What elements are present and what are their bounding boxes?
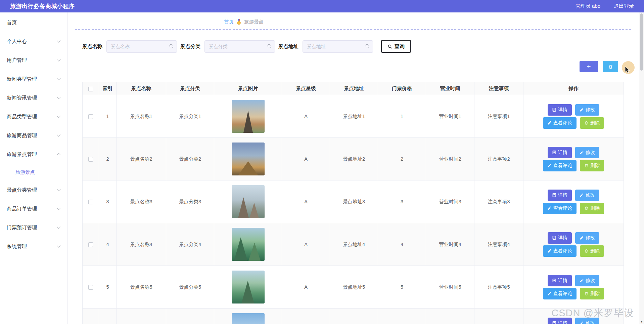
cell-hours: 营业时间5	[426, 266, 474, 309]
add-button[interactable]: +	[580, 61, 598, 72]
cell-star: A	[282, 266, 330, 309]
cell-price: 4	[378, 223, 426, 266]
sidebar-item[interactable]: 商品订单管理	[0, 199, 67, 218]
cell-notes: 注意事项6	[474, 309, 523, 324]
cell-name: 景点名称5	[117, 266, 166, 309]
view-comments-button[interactable]: 查看评论	[543, 245, 577, 257]
sidebar-item[interactable]: 首页	[0, 13, 67, 32]
view-comments-button[interactable]: 查看评论	[543, 117, 577, 129]
logout-button[interactable]: 退出登录	[614, 3, 634, 9]
cell-price: 3	[378, 180, 426, 223]
delete-button[interactable]: 删除	[580, 117, 604, 129]
category-field-label: 景点分类	[180, 43, 200, 50]
detail-button[interactable]: 详情	[548, 190, 572, 201]
magnifier-icon	[387, 44, 393, 49]
main-content: 首页 旅游景点 景点名称	[68, 12, 644, 324]
sidebar-item-label: 新闻类型管理	[7, 76, 37, 82]
cell-star: A	[282, 309, 330, 324]
floating-avatar[interactable]	[622, 61, 635, 74]
address-search-input[interactable]	[303, 40, 373, 53]
edit-button[interactable]: 修改	[575, 318, 599, 324]
sidebar-item[interactable]: 新闻资讯管理	[0, 88, 67, 107]
table-row: 1 景点名称1 景点分类1 A 景点地址1 1 营业时间1 注意事项1 详情 修…	[83, 95, 624, 138]
sidebar-item[interactable]: 商品类型管理	[0, 107, 67, 126]
sidebar-item-label: 首页	[7, 19, 17, 26]
row-checkbox[interactable]	[88, 242, 93, 247]
column-header: 索引	[99, 82, 117, 95]
row-checkbox[interactable]	[88, 114, 93, 119]
top-bar: 旅游出行必备商城小程序 管理员 abo 退出登录	[0, 0, 644, 12]
view-comments-button-label: 查看评论	[553, 248, 572, 254]
column-header: 景点地址	[330, 82, 378, 95]
delete-button[interactable]: 删除	[580, 203, 604, 214]
row-checkbox[interactable]	[88, 157, 93, 162]
edit-button[interactable]: 修改	[575, 275, 599, 286]
edit-button[interactable]: 修改	[575, 104, 599, 116]
view-comments-button[interactable]: 查看评论	[543, 160, 577, 171]
scrollbar-thumb[interactable]	[640, 13, 643, 71]
batch-delete-button[interactable]	[603, 61, 618, 72]
category-search-input[interactable]	[204, 40, 275, 53]
edit-button[interactable]: 修改	[575, 232, 599, 244]
cell-index: 4	[99, 223, 117, 266]
row-checkbox[interactable]	[88, 200, 93, 204]
column-header: 景点名称	[117, 82, 166, 95]
column-header: 景点星级	[282, 82, 330, 95]
cell-address: 景点地址3	[330, 180, 378, 223]
table-header-row: 索引景点名称景点分类景点图片景点星级景点地址门票价格营业时间注意事项操作	[83, 82, 624, 95]
edit-button[interactable]: 修改	[575, 147, 599, 158]
edit-button-label: 修改	[586, 107, 595, 113]
sidebar: 首页 个人中心 用户管理 新闻类型管理 新闻资讯管理 商品类型管理 旅游商品管理…	[0, 12, 68, 324]
row-checkbox[interactable]	[88, 285, 93, 290]
detail-button[interactable]: 详情	[548, 232, 572, 244]
cell-category: 景点分类1	[166, 95, 214, 138]
attraction-photo	[232, 143, 265, 175]
breadcrumb: 首页 旅游景点	[68, 17, 644, 27]
sidebar-item[interactable]: 新闻类型管理	[0, 70, 67, 88]
vertical-scrollbar[interactable]: ▼	[639, 12, 644, 324]
cell-price: 2	[378, 138, 426, 180]
sidebar-item[interactable]: 门票预订管理	[0, 218, 67, 237]
sidebar-item[interactable]: 旅游景点管理	[0, 145, 67, 164]
cell-category: 景点分类5	[166, 266, 214, 309]
delete-button[interactable]: 删除	[580, 245, 604, 257]
view-comments-button[interactable]: 查看评论	[543, 288, 577, 299]
sidebar-subitem[interactable]: 旅游景点	[0, 164, 67, 180]
sidebar-item[interactable]: 系统管理	[0, 237, 67, 256]
edit-button[interactable]: 修改	[575, 190, 599, 201]
breadcrumb-home-link[interactable]: 首页	[224, 19, 234, 25]
delete-button[interactable]: 删除	[580, 160, 604, 171]
delete-button[interactable]: 删除	[580, 288, 604, 299]
sidebar-item-label: 个人中心	[7, 38, 27, 45]
delete-button-label: 删除	[590, 163, 600, 169]
delete-button-label: 删除	[590, 120, 600, 126]
sidebar-item[interactable]: 旅游商品管理	[0, 126, 67, 145]
detail-button-label: 详情	[558, 150, 567, 156]
sidebar-item[interactable]: 景点分类管理	[0, 180, 67, 199]
cell-star: A	[282, 223, 330, 266]
cell-star: A	[282, 138, 330, 180]
cell-address: 景点地址1	[330, 95, 378, 138]
view-comments-button[interactable]: 查看评论	[543, 203, 577, 214]
sidebar-item[interactable]: 用户管理	[0, 51, 67, 70]
cell-name: 景点名称4	[117, 223, 166, 266]
chevron-down-icon	[57, 133, 60, 136]
sidebar-item[interactable]: 个人中心	[0, 32, 67, 51]
detail-button[interactable]: 详情	[548, 147, 572, 158]
sidebar-item-label: 商品类型管理	[7, 114, 37, 120]
attraction-photo	[232, 185, 265, 218]
detail-button[interactable]: 详情	[548, 104, 572, 116]
address-field-group: 景点地址	[278, 40, 373, 53]
detail-button[interactable]: 详情	[548, 318, 572, 324]
name-search-input[interactable]	[106, 40, 177, 53]
column-header: 操作	[523, 82, 624, 95]
scrollbar-down-arrow[interactable]: ▼	[639, 320, 644, 323]
query-button[interactable]: 查询	[381, 40, 411, 53]
cell-name: 景点名称6	[117, 309, 166, 324]
attraction-photo	[232, 228, 265, 261]
cell-category: 景点分类3	[166, 180, 214, 223]
detail-button[interactable]: 详情	[548, 275, 572, 286]
select-all-checkbox[interactable]	[88, 87, 93, 91]
cell-notes: 注意事项2	[474, 138, 523, 180]
sidebar-item-label: 商品订单管理	[7, 206, 37, 212]
